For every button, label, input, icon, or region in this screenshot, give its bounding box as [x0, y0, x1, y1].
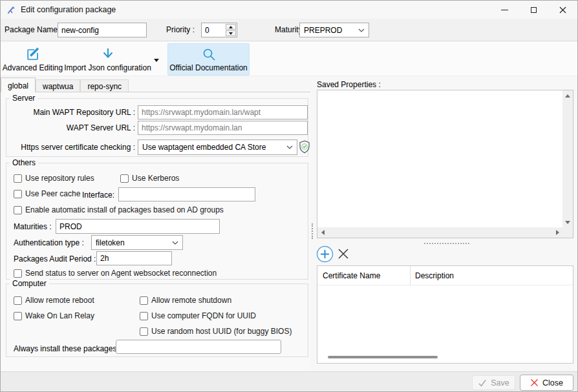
others-group-title: Others	[10, 158, 38, 167]
use-peer-cache-checkbox[interactable]	[14, 190, 22, 198]
splitter-grip	[424, 243, 469, 244]
memo-vertical-scrollbar[interactable]	[562, 90, 573, 227]
horizontal-splitter[interactable]	[315, 240, 578, 246]
use-kerberos-checkbox[interactable]	[120, 174, 129, 183]
tab-global[interactable]: global	[1, 77, 36, 92]
wake-on-lan-checkbox[interactable]	[14, 312, 22, 320]
chevron-down-icon	[286, 145, 293, 149]
auth-type-select[interactable]: filetoken	[91, 235, 183, 250]
import-json-label: Import Json configuration	[64, 63, 151, 72]
use-repository-rules-checkbox[interactable]	[14, 174, 22, 183]
memo-horizontal-scrollbar[interactable]	[317, 227, 562, 238]
server-group-title: Server	[10, 94, 37, 103]
red-x-icon	[530, 378, 539, 387]
allow-remote-shutdown-row: Allow remote shutdown	[140, 296, 231, 305]
minimize-icon	[501, 10, 508, 10]
enable-ad-groups-checkbox[interactable]	[14, 206, 22, 214]
priority-up-button[interactable]	[226, 24, 236, 30]
send-status-label: Send status to server on Agent websocket…	[25, 269, 217, 278]
computer-group-title: Computer	[10, 279, 49, 288]
column-header-description: Description	[410, 266, 573, 285]
cert-check-select[interactable]: Use waptagent embedded CA Store	[138, 139, 297, 155]
add-certificate-button[interactable]	[316, 245, 334, 263]
certificates-grid[interactable]: Certificate Name Description	[317, 265, 573, 364]
auth-type-value: filetoken	[96, 238, 125, 247]
use-repository-rules-row: Use repository rules	[14, 174, 94, 183]
interface-input[interactable]	[118, 187, 255, 201]
wake-on-lan-label: Wake On Lan Relay	[25, 311, 94, 320]
use-random-uuid-label: Use random host UUID (for buggy BIOS)	[151, 327, 292, 336]
advanced-editing-button[interactable]: Advanced Editing	[2, 44, 63, 75]
spin-up-icon	[229, 26, 233, 28]
maximize-button[interactable]	[519, 1, 548, 19]
allow-remote-reboot-checkbox[interactable]	[14, 296, 22, 305]
minimize-button[interactable]	[490, 1, 519, 19]
scroll-right-arrow[interactable]	[552, 227, 562, 238]
tab-page-global: Server Main WAPT Repository URL : WAPT S…	[1, 92, 310, 371]
chevron-down-icon	[358, 28, 365, 32]
priority-input[interactable]	[202, 23, 225, 37]
grid-hscroll-thumb[interactable]	[328, 356, 438, 358]
main-repo-url-label: Main WAPT Repository URL :	[33, 108, 135, 117]
x-icon	[337, 247, 350, 260]
close-window-button[interactable]	[548, 1, 577, 19]
import-json-button[interactable]: Import Json configuration	[64, 44, 151, 75]
shield-check-icon	[299, 140, 310, 156]
maturity-select[interactable]: PREPROD	[299, 23, 369, 37]
cert-check-value: Use waptagent embedded CA Store	[142, 143, 266, 152]
splitter-grip	[312, 223, 313, 239]
allow-remote-shutdown-checkbox[interactable]	[140, 296, 148, 305]
use-peer-cache-label: Use Peer cache	[25, 189, 80, 198]
save-button[interactable]: Save	[472, 375, 515, 390]
remove-certificate-button[interactable]	[336, 247, 350, 261]
enable-ad-groups-label: Enable automatic install of packages bas…	[25, 205, 224, 214]
use-fqdn-uuid-row: Use computer FQDN for UUID	[140, 311, 256, 320]
close-button[interactable]: Close	[520, 375, 573, 391]
tab-repo-sync[interactable]: repo-sync	[80, 79, 129, 92]
priority-label: Priority :	[166, 25, 195, 34]
save-label: Save	[491, 378, 509, 387]
wake-on-lan-row: Wake On Lan Relay	[14, 311, 94, 320]
audit-period-label: Packages Audit Period :	[14, 254, 96, 263]
saved-properties-content	[320, 92, 560, 225]
scroll-down-arrow[interactable]	[562, 217, 573, 227]
package-name-label: Package Name :	[5, 25, 62, 34]
priority-down-button[interactable]	[226, 30, 236, 36]
vertical-splitter[interactable]	[310, 92, 315, 371]
priority-spinner	[201, 23, 237, 37]
use-repository-rules-label: Use repository rules	[25, 174, 94, 183]
import-json-dropdown-arrow[interactable]	[154, 59, 159, 62]
window-controls	[490, 1, 577, 19]
scroll-up-arrow[interactable]	[562, 90, 573, 101]
check-icon	[478, 378, 487, 387]
chevron-down-icon	[172, 241, 178, 245]
magnifier-icon	[201, 46, 217, 63]
allow-remote-reboot-row: Allow remote reboot	[14, 296, 94, 305]
scroll-left-arrow[interactable]	[317, 227, 328, 238]
package-name-input[interactable]	[58, 23, 147, 37]
main-repo-url-input[interactable]	[138, 105, 308, 119]
use-random-uuid-checkbox[interactable]	[140, 327, 148, 336]
maturities-input[interactable]	[56, 219, 220, 234]
saved-properties-memo[interactable]	[317, 90, 573, 238]
cert-check-label: Https server certificate checking :	[21, 143, 135, 152]
always-install-label: Always install these packages	[14, 344, 116, 353]
title-bar: Edit configuration package	[1, 1, 577, 19]
send-status-checkbox[interactable]	[14, 269, 22, 278]
header-row: Package Name : Priority : Maturity : PRE…	[1, 19, 577, 41]
use-fqdn-uuid-checkbox[interactable]	[140, 312, 148, 320]
tab-bar: global waptwua repo-sync	[1, 77, 310, 92]
allow-remote-reboot-label: Allow remote reboot	[25, 296, 94, 305]
use-kerberos-label: Use Kerberos	[132, 174, 179, 183]
advanced-editing-label: Advanced Editing	[3, 63, 63, 72]
interface-label: Interface:	[82, 191, 114, 200]
plus-circle-icon	[316, 245, 334, 263]
official-documentation-button[interactable]: Official Documentation	[167, 43, 250, 76]
tab-waptwua[interactable]: waptwua	[36, 79, 80, 92]
official-documentation-label: Official Documentation	[169, 63, 248, 72]
audit-period-input[interactable]	[96, 251, 172, 265]
maximize-icon	[531, 7, 537, 13]
dialog-window: Edit configuration package Package Name …	[0, 0, 578, 392]
always-install-input[interactable]	[116, 340, 281, 354]
wapt-server-url-input[interactable]	[138, 121, 308, 135]
